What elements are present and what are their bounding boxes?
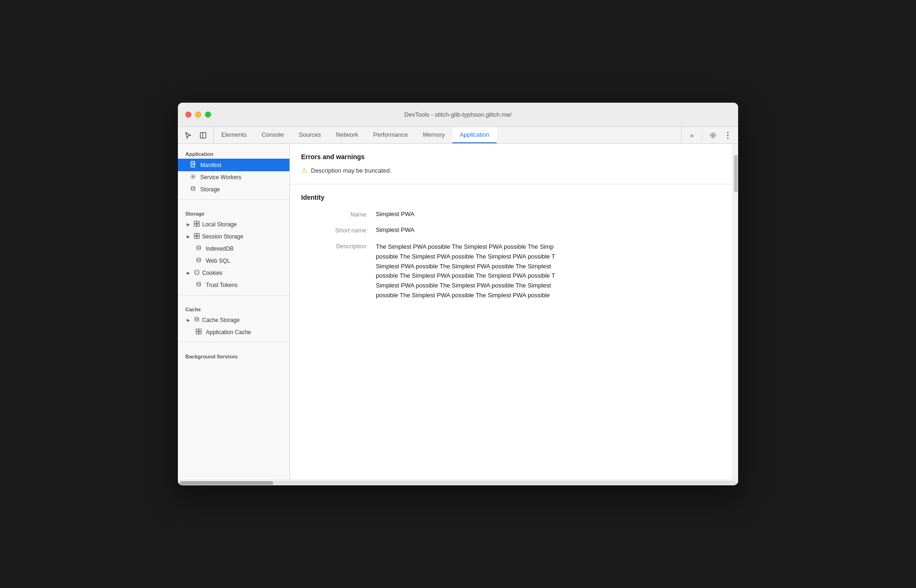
tab-sources[interactable]: Sources bbox=[291, 127, 329, 143]
manifest-label: Manifest bbox=[200, 162, 221, 168]
divider-2 bbox=[178, 295, 289, 295]
expand-arrow-session-storage: ▶ bbox=[185, 234, 191, 239]
sidebar-item-storage-app[interactable]: Storage bbox=[178, 183, 289, 196]
close-button[interactable] bbox=[185, 112, 191, 118]
svg-point-20 bbox=[197, 246, 200, 247]
cache-storage-label: Cache Storage bbox=[202, 317, 240, 323]
svg-point-23 bbox=[195, 271, 196, 272]
errors-title: Errors and warnings bbox=[301, 153, 721, 161]
sidebar-item-service-workers[interactable]: Service Workers bbox=[178, 171, 289, 183]
session-storage-label: Session Storage bbox=[202, 233, 243, 240]
warning-text: Description may be truncated. bbox=[311, 167, 392, 174]
tabs-list: Elements Console Sources Network Perform… bbox=[214, 127, 681, 143]
svg-rect-30 bbox=[199, 329, 201, 331]
storage-app-label: Storage bbox=[200, 186, 220, 193]
content-inner: Errors and warnings ⚠ Description may be… bbox=[290, 144, 733, 318]
cursor-tool-button[interactable] bbox=[182, 129, 195, 142]
maximize-button[interactable] bbox=[205, 112, 211, 118]
tab-application[interactable]: Application bbox=[452, 127, 497, 143]
divider-3 bbox=[178, 342, 289, 343]
svg-rect-13 bbox=[197, 221, 199, 224]
svg-point-25 bbox=[196, 273, 197, 273]
cookie-icon bbox=[193, 269, 200, 277]
traffic-lights bbox=[178, 112, 211, 118]
tab-console[interactable]: Console bbox=[254, 127, 291, 143]
more-options-button[interactable] bbox=[721, 129, 734, 142]
short-name-label: Short name bbox=[301, 226, 376, 234]
warning-row: ⚠ Description may be truncated. bbox=[301, 166, 721, 175]
svg-rect-17 bbox=[197, 233, 199, 236]
svg-rect-15 bbox=[197, 224, 199, 226]
content-area: Errors and warnings ⚠ Description may be… bbox=[290, 144, 738, 480]
sidebar-item-cache-storage[interactable]: ▶ Cache Storage bbox=[178, 314, 289, 326]
tab-icon-group bbox=[178, 127, 214, 143]
scrollbar-track bbox=[180, 481, 736, 485]
tab-performance[interactable]: Performance bbox=[366, 127, 415, 143]
sidebar-item-trust-tokens[interactable]: Trust Tokens bbox=[178, 279, 289, 291]
sidebar-item-web-sql[interactable]: Web SQL bbox=[178, 255, 289, 267]
sidebar-item-indexeddb[interactable]: IndexedDB bbox=[178, 243, 289, 255]
more-tabs-button[interactable]: » bbox=[685, 129, 698, 142]
db-icon-websql bbox=[195, 257, 202, 265]
description-value: The Simplest PWA possible The Simplest P… bbox=[376, 242, 675, 301]
grid-icon-session bbox=[193, 233, 200, 240]
tab-memory[interactable]: Memory bbox=[416, 127, 452, 143]
content-panel: Errors and warnings ⚠ Description may be… bbox=[290, 144, 733, 480]
svg-point-24 bbox=[197, 271, 197, 272]
sidebar-item-local-storage[interactable]: ▶ Local Storage bbox=[178, 218, 289, 231]
svg-point-28 bbox=[195, 317, 198, 319]
name-label: Name bbox=[301, 210, 376, 218]
errors-section: Errors and warnings ⚠ Description may be… bbox=[290, 144, 733, 184]
svg-rect-18 bbox=[194, 236, 197, 238]
expand-arrow-cookies: ▶ bbox=[185, 270, 191, 276]
svg-rect-31 bbox=[196, 332, 198, 334]
window-title: DevTools - stitch-glib-typhoon.glitch.me… bbox=[404, 111, 512, 118]
svg-point-27 bbox=[197, 282, 200, 284]
settings-button[interactable] bbox=[706, 129, 719, 142]
tab-elements[interactable]: Elements bbox=[214, 127, 254, 143]
scrollbar-thumb[interactable] bbox=[180, 481, 273, 485]
trust-tokens-label: Trust Tokens bbox=[206, 282, 238, 288]
svg-rect-19 bbox=[197, 236, 199, 238]
sidebar-item-session-storage[interactable]: ▶ Session Storage bbox=[178, 231, 289, 243]
indexeddb-label: IndexedDB bbox=[206, 245, 233, 252]
db-icon-trust bbox=[195, 281, 202, 289]
sidebar-item-application-cache[interactable]: Application Cache bbox=[178, 326, 289, 338]
cookies-label: Cookies bbox=[202, 270, 222, 276]
identity-row-name: Name Simplest PWA bbox=[301, 210, 721, 218]
grid-icon-appcache bbox=[195, 329, 202, 336]
identity-section: Identity Name Simplest PWA Short name Si… bbox=[290, 184, 733, 318]
svg-rect-0 bbox=[200, 133, 206, 138]
svg-point-4 bbox=[727, 134, 729, 136]
identity-row-description: Description The Simplest PWA possible Th… bbox=[301, 242, 721, 301]
svg-point-3 bbox=[727, 132, 729, 133]
grid-icon-local bbox=[193, 221, 200, 228]
dock-button[interactable] bbox=[197, 129, 210, 142]
svg-rect-32 bbox=[199, 332, 201, 334]
sidebar-item-manifest[interactable]: Manifest bbox=[178, 159, 289, 171]
web-sql-label: Web SQL bbox=[206, 258, 230, 264]
warning-icon: ⚠ bbox=[301, 166, 307, 175]
svg-point-5 bbox=[727, 137, 729, 139]
tabs-actions: » bbox=[681, 127, 738, 143]
sidebar-item-cookies[interactable]: ▶ Cookies bbox=[178, 267, 289, 279]
main-area: Application Manifest bbox=[178, 144, 738, 480]
sidebar-section-background: Background Services bbox=[178, 346, 289, 361]
sidebar-section-application: Application bbox=[178, 144, 289, 159]
service-workers-label: Service Workers bbox=[200, 174, 241, 181]
svg-point-2 bbox=[712, 134, 714, 136]
titlebar: DevTools - stitch-glib-typhoon.glitch.me… bbox=[178, 103, 738, 127]
minimize-button[interactable] bbox=[195, 112, 201, 118]
svg-point-21 bbox=[197, 258, 200, 259]
identity-title: Identity bbox=[301, 194, 721, 201]
tab-network[interactable]: Network bbox=[329, 127, 366, 143]
vertical-scrollbar-thumb[interactable] bbox=[734, 155, 738, 192]
svg-rect-29 bbox=[196, 329, 198, 331]
svg-point-10 bbox=[192, 176, 194, 178]
horizontal-scrollbar[interactable] bbox=[178, 480, 738, 485]
vertical-scrollbar[interactable] bbox=[733, 144, 738, 480]
name-value: Simplest PWA bbox=[376, 210, 721, 217]
sidebar: Application Manifest bbox=[178, 144, 290, 480]
tabs-bar: Elements Console Sources Network Perform… bbox=[178, 127, 738, 144]
file-icon bbox=[189, 161, 197, 169]
